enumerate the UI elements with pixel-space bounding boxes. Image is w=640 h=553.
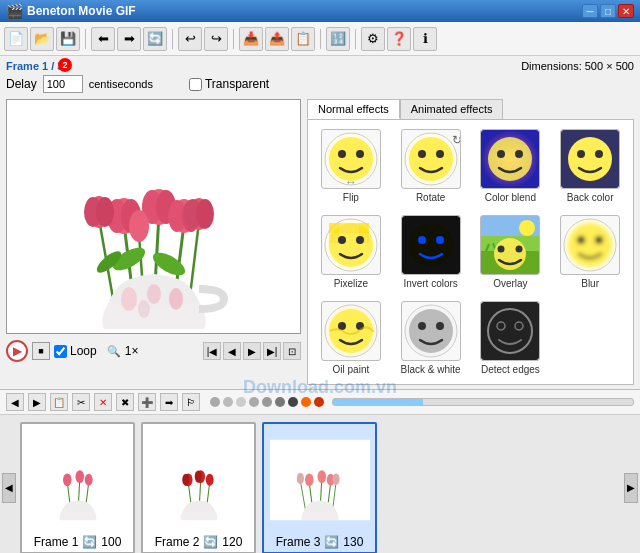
tab-animated-effects[interactable]: Animated effects [400,99,504,119]
frame-delay-3: 130 [343,535,363,549]
effect-detectedges[interactable]: Detect edges [474,298,548,378]
flip-svg: ↔ [322,130,380,188]
frame-thumb-1[interactable]: Frame 1 🔄 100 [20,422,135,553]
sep1 [85,29,86,49]
svg-point-72 [498,246,505,253]
effect-blur[interactable]: Blur [553,212,627,292]
detectedges-svg [481,302,539,360]
transparent-label: Transparent [205,77,269,91]
dot-red[interactable] [314,397,324,407]
redo-button[interactable]: ↪ [204,27,228,51]
blur-svg [561,216,619,274]
svg-point-24 [196,199,214,229]
frame-thumb-3[interactable]: Frame 3 🔄 130 [262,422,377,553]
svg-point-103 [205,473,213,485]
svg-point-42 [497,150,505,158]
next-button[interactable]: ➡ [117,27,141,51]
timeline-progress[interactable] [332,398,634,406]
tl-flag-button[interactable]: 🏳 [182,393,200,411]
tl-cut-button[interactable]: ✂ [72,393,90,411]
backcolor-svg [561,130,619,188]
dot-dark2[interactable] [288,397,298,407]
rotate-svg: ↻ [402,130,460,188]
centiseconds-label: centiseconds [89,78,153,90]
dot-gray2[interactable] [223,397,233,407]
dot-gray1[interactable] [210,397,220,407]
frame-strip-next[interactable]: ▶ [624,473,638,503]
effect-label-blackwhite: Black & white [401,364,461,375]
delay-input[interactable]: 100 [43,75,83,93]
full-screen-button[interactable]: ⊡ [283,342,301,360]
tl-left-button[interactable]: ◀ [6,393,24,411]
svg-point-73 [516,246,523,253]
svg-rect-51 [339,223,349,233]
svg-text:↻: ↻ [452,133,460,147]
effect-thumb-rotate: ↻ [401,129,461,189]
effect-blackwhite[interactable]: Black & white [394,298,468,378]
first-frame-button[interactable]: |◀ [203,342,221,360]
frame-label-1: Frame 1 🔄 100 [34,535,122,549]
effect-label-invert: Invert colors [403,278,457,289]
main-area: Frame 1 / 3 Dimensions: 500 × 500 Delay … [0,56,640,553]
number-button[interactable]: 🔢 [326,27,350,51]
tl-delete-button[interactable]: ✕ [94,393,112,411]
preview-svg [14,104,294,329]
dot-orange[interactable] [301,397,311,407]
frame-strip-prev[interactable]: ◀ [2,473,16,503]
effect-invert[interactable]: Invert colors [394,212,468,292]
frame3-svg [270,430,370,530]
svg-point-29 [138,300,150,318]
effect-label-pixelize: Pixelize [334,278,368,289]
dot-dark1[interactable] [275,397,285,407]
export2-button[interactable]: 📋 [291,27,315,51]
prev-button[interactable]: ⬅ [91,27,115,51]
tl-copy-button[interactable]: 📋 [50,393,68,411]
tl-move-button[interactable]: ➡ [160,393,178,411]
effect-pixelize[interactable]: Pixelize [314,212,388,292]
minimize-button[interactable]: ─ [582,4,598,18]
maximize-button[interactable]: □ [600,4,616,18]
export-button[interactable]: 📤 [265,27,289,51]
effect-backcolor[interactable]: Back color [553,126,627,206]
close-button[interactable]: ✕ [618,4,634,18]
open-button[interactable]: 📂 [30,27,54,51]
frame-thumb-2[interactable]: Frame 2 🔄 120 [141,422,256,553]
settings-button[interactable]: ⚙ [361,27,385,51]
dot-gray5[interactable] [262,397,272,407]
tl-cross-button[interactable]: ✖ [116,393,134,411]
dot-gray4[interactable] [249,397,259,407]
save-button[interactable]: 💾 [56,27,80,51]
timeline-area: ◀ ▶ 📋 ✂ ✕ ✖ ➕ ➡ 🏳 ◀ [0,389,640,553]
help-button[interactable]: ❓ [387,27,411,51]
refresh-button[interactable]: 🔄 [143,27,167,51]
effect-label-colorblend: Color blend [485,192,536,203]
effect-oilpaint[interactable]: Oil paint [314,298,388,378]
effect-rotate[interactable]: ↻ Rotate [394,126,468,206]
transparent-checkbox[interactable] [189,78,202,91]
frame-nav-buttons: |◀ ◀ ▶ ▶| ⊡ [203,342,301,360]
effect-colorblend[interactable]: Color blend [474,126,548,206]
tl-right-button[interactable]: ▶ [28,393,46,411]
frame-name-1: Frame 1 [34,535,79,549]
frame-name-2: Frame 2 [155,535,200,549]
svg-point-21 [96,197,114,227]
play-button[interactable]: ▶ [6,340,28,362]
tab-normal-effects[interactable]: Normal effects [307,99,400,119]
last-frame-button[interactable]: ▶| [263,342,281,360]
undo-button[interactable]: ↩ [178,27,202,51]
stop-button[interactable]: ■ [32,342,50,360]
frame-image-3 [267,427,372,532]
effect-overlay[interactable]: Overlay [474,212,548,292]
info-button[interactable]: ℹ [413,27,437,51]
effect-flip[interactable]: ↔ Flip [314,126,388,206]
new-button[interactable]: 📄 [4,27,28,51]
next-frame-button[interactable]: ▶ [243,342,261,360]
import-button[interactable]: 📥 [239,27,263,51]
effect-thumb-backcolor [560,129,620,189]
effect-label-blur: Blur [581,278,599,289]
prev-frame-button[interactable]: ◀ [223,342,241,360]
svg-point-95 [75,470,84,483]
tl-add-button[interactable]: ➕ [138,393,156,411]
dot-gray3[interactable] [236,397,246,407]
loop-checkbox[interactable] [54,345,67,358]
